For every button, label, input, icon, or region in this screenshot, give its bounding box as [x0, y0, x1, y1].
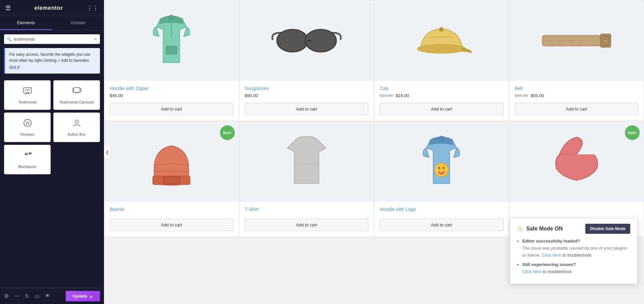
- eye-icon[interactable]: 👁: [45, 293, 50, 299]
- tip-text: For easy access, favorite the widgets yo…: [9, 52, 91, 63]
- product-name-sunglasses[interactable]: Sunglasses: [245, 86, 369, 91]
- svg-point-29: [439, 136, 444, 140]
- product-image-beanie: Sale!: [104, 121, 239, 202]
- svg-point-15: [417, 44, 466, 53]
- product-name-hoodie-logo[interactable]: Hoodie with Logo: [380, 207, 503, 212]
- widget-testimonial[interactable]: Testimonial: [4, 80, 51, 110]
- history-icon[interactable]: ↻: [25, 293, 29, 299]
- product-card-hoodie-zipper: Hoodie with Zipper $45.00 Add to cart: [104, 0, 239, 121]
- settings-icon[interactable]: ⚙: [4, 293, 9, 299]
- widget-author-box[interactable]: Author Box: [53, 113, 100, 142]
- footer-icons: ⚙ ⸻ ↻ ▭ 👁: [4, 293, 50, 299]
- tab-globals[interactable]: Globals: [52, 16, 104, 30]
- add-to-cart-beanie[interactable]: Add to cart: [110, 219, 233, 231]
- product-card-sunglasses: Sunglasses $90.00 Add to cart: [239, 0, 374, 121]
- price-current: $55.00: [531, 93, 544, 98]
- product-card-hoodie-logo: Hoodie with Logo Add to cart: [374, 121, 509, 237]
- product-image-8: Sale!: [509, 121, 644, 202]
- svg-point-10: [169, 15, 174, 19]
- widget-blockquote[interactable]: ❝❞ Blockquote: [4, 145, 51, 174]
- chevron-up-icon: ▲: [89, 294, 93, 299]
- grid-icon[interactable]: ⋮⋮: [87, 4, 99, 12]
- widget-testimonial-carousel[interactable]: Testimonial Carousel: [53, 80, 100, 110]
- product-price-sunglasses: $90.00: [245, 93, 369, 98]
- add-to-cart-cap[interactable]: Add to cart: [380, 103, 503, 115]
- safe-mode-point-2-main: Still experiencing issues?: [522, 262, 576, 267]
- products-grid: Hoodie with Zipper $45.00 Add to cart: [104, 0, 644, 237]
- sidebar-tabs: Elements Globals: [0, 16, 104, 30]
- safe-mode-title: Safe Mode ON: [526, 226, 562, 232]
- svg-point-6: [24, 119, 31, 127]
- product-image-hoodie-logo: [374, 121, 509, 202]
- price-current: $45.00: [110, 93, 123, 98]
- safe-mode-link-2[interactable]: Click here: [522, 269, 542, 274]
- safe-mode-link-1[interactable]: Click here: [542, 253, 561, 258]
- widget-author-box-label: Author Box: [67, 132, 86, 136]
- product-card-belt: Belt $65.00 $55.00 Add to cart: [509, 0, 644, 121]
- product-card-tshirt: T-Shirt Add to cart: [239, 121, 374, 237]
- safe-mode-body: Editor successfully loaded? The issue wa…: [517, 238, 630, 275]
- disable-safe-mode-button[interactable]: Disable Safe Mode: [585, 224, 630, 234]
- sidebar-tip: For easy access, favorite the widgets yo…: [4, 48, 100, 74]
- sale-badge-8: Sale!: [625, 125, 640, 140]
- product-image-tshirt: [239, 121, 374, 202]
- product-card-beanie: Sale! Beanie Add to cart: [104, 121, 239, 237]
- warning-icon: ⚠: [517, 225, 523, 233]
- sidebar-search: 🔍 ✕: [0, 30, 104, 48]
- product-name-cap[interactable]: Cap: [380, 86, 503, 91]
- product-image-cap: [374, 0, 509, 81]
- update-button[interactable]: Update ▲: [66, 291, 100, 301]
- product-info-beanie: Beanie: [104, 202, 239, 219]
- product-image-hoodie-zipper: [104, 0, 239, 81]
- safe-mode-link-1-suffix: to troubleshoot: [562, 253, 591, 258]
- testimonial-icon: [23, 86, 32, 97]
- tab-elements[interactable]: Elements: [0, 16, 52, 30]
- product-name-beanie[interactable]: Beanie: [110, 207, 233, 212]
- product-info-sunglasses: Sunglasses $90.00: [239, 81, 374, 103]
- widget-testimonial-carousel-label: Testimonial Carousel: [59, 100, 94, 104]
- svg-point-17: [440, 28, 443, 31]
- clear-search-icon[interactable]: ✕: [94, 37, 97, 42]
- search-icon: 🔍: [7, 37, 12, 42]
- widget-reviews[interactable]: Reviews: [4, 113, 51, 142]
- svg-point-22: [604, 39, 607, 42]
- price-current: $16.00: [396, 93, 409, 98]
- menu-icon[interactable]: ☰: [5, 4, 11, 12]
- safe-mode-link-2-suffix: to troubleshoot: [543, 269, 572, 274]
- blockquote-icon: ❝❞: [23, 150, 32, 162]
- add-to-cart-sunglasses[interactable]: Add to cart: [245, 103, 369, 115]
- add-to-cart-hoodie-zipper[interactable]: Add to cart: [110, 103, 233, 115]
- product-name-belt[interactable]: Belt: [515, 86, 639, 91]
- product-image-belt: [509, 0, 644, 81]
- update-label: Update: [72, 294, 87, 299]
- layers-icon[interactable]: ⸻: [14, 293, 19, 299]
- svg-rect-14: [307, 40, 311, 41]
- add-to-cart-hoodie-logo[interactable]: Add to cart: [380, 219, 503, 231]
- price-original: $18.00: [380, 93, 393, 98]
- product-card-cap: Cap $18.00 $16.00 Add to cart: [374, 0, 509, 121]
- product-price-belt: $65.00 $55.00: [515, 93, 639, 98]
- product-name-tshirt[interactable]: T-Shirt: [245, 207, 369, 212]
- product-price-hoodie-zipper: $45.00: [110, 93, 233, 98]
- product-info-belt: Belt $65.00 $55.00: [509, 81, 644, 103]
- sidebar: ☰ elementor ⋮⋮ Elements Globals 🔍 ✕ For …: [0, 0, 104, 304]
- search-input[interactable]: [4, 34, 100, 44]
- sidebar-footer: ⚙ ⸻ ↻ ▭ 👁 Update ▲: [0, 288, 104, 304]
- add-to-cart-belt[interactable]: Add to cart: [515, 103, 639, 115]
- brand-logo: elementor: [34, 5, 63, 11]
- got-it-link[interactable]: Got It: [9, 64, 96, 70]
- product-info-hoodie-logo: Hoodie with Logo: [374, 202, 509, 219]
- svg-rect-28: [163, 177, 180, 184]
- product-info-hoodie-zipper: Hoodie with Zipper $45.00: [104, 81, 239, 103]
- price-original: $65.00: [515, 93, 528, 98]
- product-name-hoodie-zipper[interactable]: Hoodie with Zipper: [110, 86, 233, 91]
- svg-rect-3: [73, 88, 80, 92]
- product-price-cap: $18.00 $16.00: [380, 93, 503, 98]
- testimonial-carousel-icon: [72, 86, 82, 97]
- sale-badge-beanie: Sale!: [220, 125, 235, 140]
- add-to-cart-tshirt[interactable]: Add to cart: [245, 219, 369, 231]
- responsive-icon[interactable]: ▭: [35, 293, 40, 299]
- collapse-sidebar-handle[interactable]: ❮: [104, 145, 111, 159]
- svg-point-12: [277, 29, 308, 52]
- safe-mode-header: ⚠ Safe Mode ON Disable Safe Mode: [517, 224, 630, 234]
